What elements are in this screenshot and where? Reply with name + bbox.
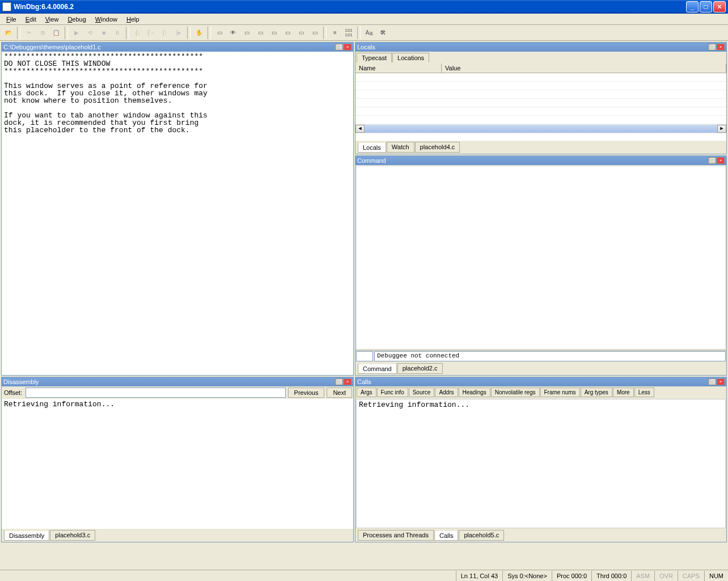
tab-command[interactable]: Command	[358, 363, 397, 374]
tab-placehold4[interactable]: placehold4.c	[415, 142, 460, 153]
source-content[interactable]: ****************************************…	[2, 52, 353, 375]
scroll-left-icon[interactable]: ◄	[355, 125, 365, 133]
disassembly-pane-title: Disassembly	[3, 378, 335, 385]
locals-pane: Locals ❐ × Typecast Locations Name Value	[355, 42, 727, 154]
restart-icon: ⟲	[84, 27, 96, 39]
menu-help[interactable]: Help	[122, 15, 143, 24]
minimize-button[interactable]: _	[686, 1, 699, 12]
binary-icon[interactable]: 101101	[342, 27, 355, 39]
source-button[interactable]: Source	[409, 388, 435, 397]
menu-debug[interactable]: Debug	[64, 15, 90, 24]
close-pane-icon[interactable]: ×	[344, 44, 352, 50]
copy-icon: ⧉	[36, 27, 49, 39]
restore-icon[interactable]: ❐	[335, 44, 343, 50]
less-button[interactable]: Less	[634, 388, 654, 397]
tab-processes-threads[interactable]: Processes and Threads	[358, 530, 434, 541]
disasm-window-icon[interactable]: ▭	[295, 27, 307, 39]
status-proc: Proc 000:0	[552, 571, 591, 581]
calls-button-row: Args Func info Source Addrs Headings Non…	[355, 386, 726, 398]
disassembly-pane-titlebar[interactable]: Disassembly ❐ ×	[2, 377, 353, 386]
tab-placehold3[interactable]: placehold3.c	[50, 530, 95, 541]
locals-pane-title: Locals	[357, 44, 708, 50]
close-pane-icon[interactable]: ×	[717, 378, 725, 385]
restore-icon[interactable]: ❐	[708, 44, 716, 50]
tab-placehold2[interactable]: placehold2.c	[397, 363, 443, 374]
toolbar: 📂 ✂ ⧉ 📋 ▶ ⟲ ■ ⏸ {↓ {→ {↑ {▸ ✋ ▭ 👁 ▭ ▭ ▭ …	[0, 25, 728, 41]
disassembly-content[interactable]: Retrieving information...	[2, 399, 353, 529]
more-button[interactable]: More	[613, 388, 634, 397]
scroll-track[interactable]	[365, 125, 717, 133]
source-pane: C:\Debuggers\themes\placehold1.c ❐ × ***…	[1, 42, 354, 376]
tab-disassembly[interactable]: Disassembly	[4, 530, 49, 541]
menu-view[interactable]: View	[41, 15, 63, 24]
paste-icon: 📋	[50, 27, 62, 39]
calls-content[interactable]: Retrieving information...	[356, 399, 726, 528]
locals-pane-titlebar[interactable]: Locals ❐ ×	[355, 43, 726, 52]
frame-nums-button[interactable]: Frame nums	[540, 388, 580, 397]
menu-edit[interactable]: Edit	[22, 15, 40, 24]
watch-window-icon[interactable]: 👁	[227, 27, 239, 39]
breakpoint-icon[interactable]: ✋	[193, 27, 205, 39]
arg-types-button[interactable]: Arg types	[581, 388, 612, 397]
workspace: C:\Debuggers\themes\placehold1.c ❐ × ***…	[0, 41, 728, 570]
status-asm: ASM	[631, 571, 654, 581]
source-mode-icon[interactable]: ≡	[329, 27, 341, 39]
locations-button[interactable]: Locations	[392, 53, 429, 62]
tab-watch[interactable]: Watch	[387, 142, 414, 153]
close-pane-icon[interactable]: ×	[344, 378, 352, 385]
locals-window-icon[interactable]: ▭	[240, 27, 253, 39]
command-window-icon[interactable]: ▭	[213, 27, 226, 39]
close-pane-icon[interactable]: ×	[717, 44, 725, 50]
menu-file[interactable]: File	[2, 15, 20, 24]
command-output[interactable]	[356, 166, 726, 350]
command-prompt-box	[356, 351, 373, 361]
nonvolatile-regs-button[interactable]: Nonvolatile regs	[491, 388, 540, 397]
scrollbar-horizontal[interactable]: ◄ ►	[355, 124, 726, 133]
scratch-window-icon[interactable]: ▭	[308, 27, 321, 39]
headings-button[interactable]: Headings	[459, 388, 490, 397]
disassembly-pane: Disassembly ❐ × Offset: Previous Next Re…	[1, 377, 354, 542]
func-info-button[interactable]: Func info	[377, 388, 408, 397]
tab-locals[interactable]: Locals	[358, 142, 386, 153]
offset-label: Offset:	[3, 389, 23, 396]
open-icon[interactable]: 📂	[2, 27, 15, 39]
options-icon[interactable]: 🛠	[376, 27, 389, 39]
locals-col-value[interactable]: Value	[442, 64, 726, 73]
calls-pane-title: Calls	[357, 378, 708, 385]
typecast-button[interactable]: Typecast	[357, 53, 392, 62]
locals-col-name[interactable]: Name	[355, 64, 442, 73]
step-over-icon: {→	[145, 27, 158, 39]
next-button[interactable]: Next	[327, 388, 352, 398]
tab-calls[interactable]: Calls	[434, 530, 458, 541]
source-pane-title: C:\Debuggers\themes\placehold1.c	[3, 44, 335, 50]
command-status: Debuggee not connected	[374, 351, 726, 361]
memory-window-icon[interactable]: ▭	[268, 27, 280, 39]
args-button[interactable]: Args	[357, 388, 376, 397]
font-icon[interactable]: Aa	[363, 27, 375, 39]
calls-window-icon[interactable]: ▭	[281, 27, 294, 39]
registers-window-icon[interactable]: ▭	[254, 27, 266, 39]
source-pane-titlebar[interactable]: C:\Debuggers\themes\placehold1.c ❐ ×	[2, 43, 353, 52]
table-row	[355, 107, 726, 116]
command-pane-titlebar[interactable]: Command ❐ ×	[355, 156, 726, 165]
maximize-button[interactable]: □	[700, 1, 712, 12]
scroll-right-icon[interactable]: ►	[717, 125, 726, 133]
offset-input[interactable]	[26, 388, 285, 398]
restore-icon[interactable]: ❐	[708, 157, 716, 164]
previous-button[interactable]: Previous	[288, 388, 325, 398]
locals-rows	[355, 73, 726, 124]
close-button[interactable]: ×	[713, 1, 726, 12]
restore-icon[interactable]: ❐	[335, 378, 343, 385]
addrs-button[interactable]: Addrs	[435, 388, 458, 397]
command-pane-title: Command	[357, 157, 708, 164]
command-pane: Command ❐ × Debuggee not connected Comma…	[355, 155, 727, 376]
cut-icon: ✂	[23, 27, 35, 39]
step-out-icon: {↑	[159, 27, 171, 39]
close-pane-icon[interactable]: ×	[717, 157, 725, 164]
menu-window[interactable]: Window	[91, 15, 121, 24]
status-position: Ln 11, Col 43	[456, 571, 502, 581]
restore-icon[interactable]: ❐	[708, 378, 716, 385]
calls-pane-titlebar[interactable]: Calls ❐ ×	[355, 377, 726, 386]
calls-pane: Calls ❐ × Args Func info Source Addrs He…	[355, 377, 727, 542]
tab-placehold5[interactable]: placehold5.c	[459, 530, 504, 541]
